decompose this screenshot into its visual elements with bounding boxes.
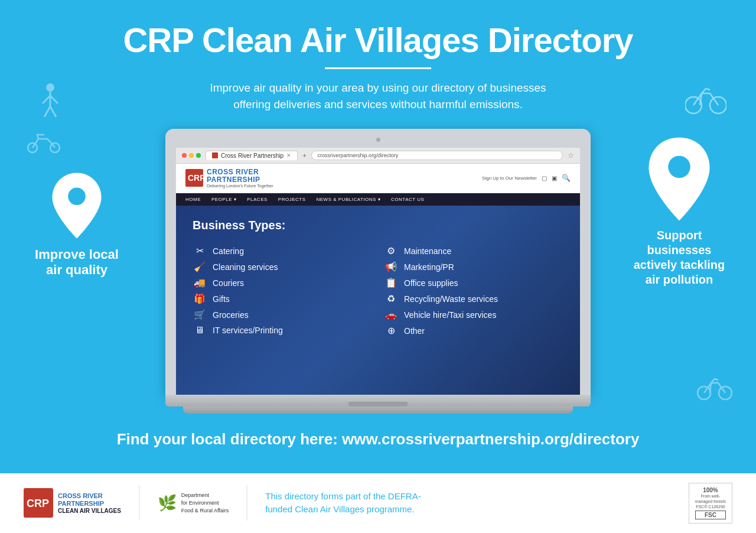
fsc-badge: 100% From well- managed forests FSC® C12… <box>689 483 732 524</box>
site-header: CRP CROSS RIVERPARTNERSHIP Delivering Lo… <box>176 164 580 193</box>
laptop-bottom-edge <box>183 407 573 414</box>
it-label: IT services/Printing <box>213 326 283 335</box>
right-pin-text: Support businesses actively tackling air… <box>634 228 725 287</box>
vehicle-icon: 🚗 <box>384 309 398 320</box>
list-item[interactable]: 🖥 IT services/Printing <box>193 323 372 338</box>
svg-line-5 <box>50 106 56 117</box>
fsc-percent: 100% <box>695 487 726 493</box>
bookmark-icon[interactable]: ☆ <box>568 151 574 160</box>
list-item[interactable]: 🚚 Couriers <box>193 275 372 291</box>
list-item[interactable]: 🎁 Gifts <box>193 291 372 307</box>
footer-logo-sub: CLEAN AIR VILLAGES <box>58 508 121 514</box>
footer-description: This directory forms part of the DEFRA- … <box>265 490 671 516</box>
browser-tab[interactable]: Cross River Partnership ✕ <box>206 151 298 160</box>
svg-point-15 <box>668 155 690 178</box>
nav-news[interactable]: NEWS & PUBLICATIONS ▾ <box>317 197 381 202</box>
laptop-camera-bar <box>176 136 580 144</box>
fsc-logo-text: FSC <box>695 511 726 519</box>
list-item[interactable]: 🚗 Vehicle hire/Taxi services <box>384 307 563 323</box>
logo-text: CROSS RIVERPARTNERSHIP Delivering London… <box>207 168 273 188</box>
nav-home[interactable]: HOME <box>185 197 201 202</box>
find-url-text[interactable]: Find your local directory here: www.cros… <box>24 430 732 448</box>
header-divider <box>325 67 431 69</box>
it-icon: 🖥 <box>193 325 207 336</box>
find-url-section: Find your local directory here: www.cros… <box>0 420 756 454</box>
list-item[interactable]: ♻ Recycling/Waste services <box>384 291 563 307</box>
address-bar[interactable]: crossriverpartnership.org/directory <box>311 151 563 160</box>
groceries-icon: 🛒 <box>193 309 207 320</box>
defra-logo: 🌿 Department for Environment Food & Rura… <box>158 492 229 514</box>
list-item[interactable]: ⊕ Other <box>384 323 563 339</box>
tab-label: Cross River Partnership <box>221 152 284 159</box>
couriers-label: Couriers <box>213 278 244 288</box>
list-item[interactable]: 📢 Marketing/PR <box>384 259 563 275</box>
maximize-dot[interactable] <box>196 153 201 158</box>
business-column-right: ⚙ Maintenance 📢 Marketing/PR 📋 Office su <box>384 243 563 339</box>
defra-emblem-icon: 🌿 <box>158 494 177 512</box>
close-dot[interactable] <box>182 153 187 158</box>
list-item[interactable]: 🧹 Cleaning services <box>193 259 372 275</box>
tab-favicon-icon <box>212 152 218 158</box>
list-item[interactable]: 🛒 Groceries <box>193 307 372 323</box>
nav-contact[interactable]: CONTACT US <box>391 197 424 202</box>
linkedin-icon[interactable]: ▣ <box>552 175 557 181</box>
newsletter-text: Sign Up to Our Newsletter <box>482 176 537 181</box>
laptop-base <box>165 395 591 407</box>
site-nav: HOME PEOPLE ▾ PLACES PROJECTS NEWS & PUB… <box>176 193 580 206</box>
logo-sub-text: Delivering London's Future Together <box>207 184 273 188</box>
svg-line-4 <box>44 106 50 117</box>
couriers-icon: 🚚 <box>193 277 207 288</box>
page-header: CRP Clean Air Villages Directory Improve… <box>0 0 756 123</box>
right-pin-section: Support businesses actively tackling air… <box>620 135 738 287</box>
svg-text:CRP: CRP <box>27 498 49 509</box>
laptop: Cross River Partnership ✕ + crossriverpa… <box>165 129 591 414</box>
marketing-label: Marketing/PR <box>404 262 454 272</box>
main-content: Improve local air quality <box>0 123 756 420</box>
svg-line-2 <box>43 96 50 103</box>
recycling-icon: ♻ <box>384 293 398 304</box>
left-pin-text: Improve local air quality <box>35 247 119 278</box>
cleaning-label: Cleaning services <box>213 262 278 272</box>
footer-divider-2 <box>246 485 247 521</box>
marketing-icon: 📢 <box>384 261 398 272</box>
business-column-left: ✂ Catering 🧹 Cleaning services 🚚 Courier <box>193 243 372 339</box>
svg-text:CRP: CRP <box>188 173 203 183</box>
laptop-container: Cross River Partnership ✕ + crossriverpa… <box>136 123 620 420</box>
logo-main-text: CROSS RIVERPARTNERSHIP <box>207 168 273 184</box>
header-subtitle: Improve air quality in your area by usin… <box>47 80 709 113</box>
svg-point-12 <box>68 187 86 205</box>
gifts-label: Gifts <box>213 294 230 304</box>
nav-places[interactable]: PLACES <box>247 197 268 202</box>
maintenance-label: Maintenance <box>404 246 451 256</box>
tab-close-icon[interactable]: ✕ <box>286 152 291 158</box>
office-icon: 📋 <box>384 277 398 288</box>
business-types-title: Business Types: <box>193 219 563 232</box>
other-label: Other <box>404 326 425 336</box>
groceries-label: Groceries <box>213 310 249 320</box>
facebook-icon[interactable]: ▢ <box>542 175 547 181</box>
left-pin-section: Improve local air quality <box>18 170 136 278</box>
defra-text: Department for Environment Food & Rural … <box>181 492 229 514</box>
nav-people[interactable]: PEOPLE ▾ <box>211 197 236 202</box>
laptop-screen-outer: Cross River Partnership ✕ + crossriverpa… <box>165 129 591 395</box>
nav-projects[interactable]: PROJECTS <box>278 197 306 202</box>
maintenance-icon: ⚙ <box>384 245 398 256</box>
vehicle-label: Vehicle hire/Taxi services <box>404 310 496 320</box>
footer-crp-logo-icon: CRP <box>24 488 53 518</box>
svg-line-3 <box>50 96 58 103</box>
footer: CRP CROSS RIVERPARTNERSHIP CLEAN AIR VIL… <box>0 473 756 533</box>
list-item[interactable]: 📋 Office supplies <box>384 275 563 291</box>
laptop-screen: Cross River Partnership ✕ + crossriverpa… <box>176 148 580 395</box>
minimize-dot[interactable] <box>189 153 194 158</box>
search-icon[interactable]: 🔍 <box>562 174 571 182</box>
footer-logo-text: CROSS RIVERPARTNERSHIP CLEAN AIR VILLAGE… <box>58 492 121 514</box>
laptop-camera <box>376 138 380 142</box>
other-icon: ⊕ <box>384 325 398 336</box>
list-item[interactable]: ✂ Catering <box>193 243 372 259</box>
left-location-pin-icon <box>47 170 106 241</box>
office-label: Office supplies <box>404 278 458 288</box>
browser-content: Business Types: ✂ Catering 🧹 Cle <box>176 206 580 395</box>
new-tab-icon[interactable]: + <box>302 152 306 159</box>
bicycle-top-right-icon <box>685 83 726 118</box>
list-item[interactable]: ⚙ Maintenance <box>384 243 563 259</box>
